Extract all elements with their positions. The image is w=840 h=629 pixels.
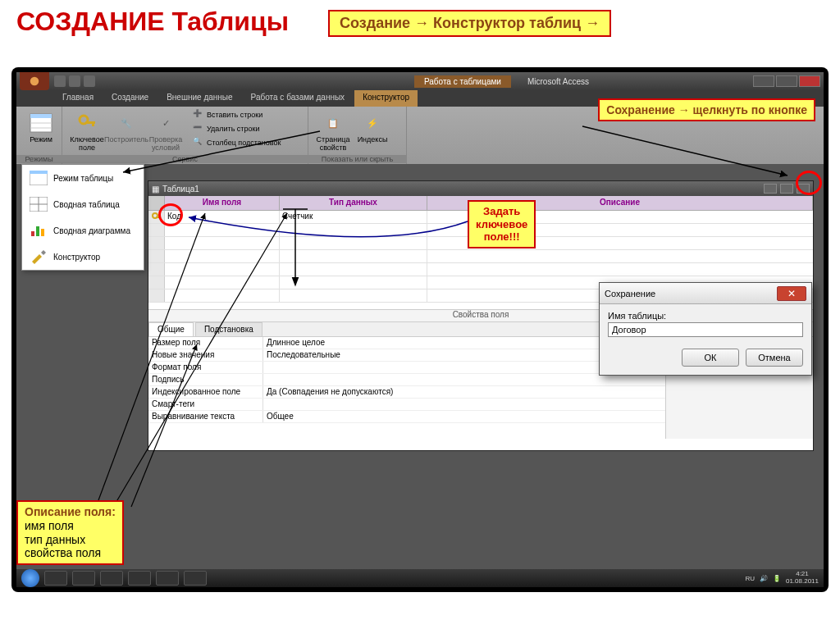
- windows-taskbar: RU 🔊 🔋 4:21 01.08.2011: [16, 569, 824, 587]
- contextual-tab-label: Работа с таблицами: [414, 75, 511, 88]
- table-close-button[interactable]: [797, 184, 810, 194]
- view-button[interactable]: Режим: [21, 108, 61, 146]
- row-selector[interactable]: [148, 211, 165, 223]
- minimize-button[interactable]: [753, 75, 774, 87]
- cancel-button[interactable]: Отмена: [746, 349, 803, 367]
- builder-button[interactable]: 🔧 Построитель: [107, 108, 146, 154]
- window-titlebar: Работа с таблицами Microsoft Access: [16, 72, 824, 90]
- design-icon: [29, 248, 48, 265]
- prop-row[interactable]: Размер поляДлинное целое: [148, 337, 665, 349]
- svg-rect-19: [156, 217, 161, 218]
- annotation-field-description: Описание поля: имя поля тип данных свойс…: [16, 500, 124, 565]
- taskbar-item[interactable]: [44, 571, 67, 586]
- maximize-button[interactable]: [776, 75, 797, 87]
- taskbar-item[interactable]: [184, 571, 207, 586]
- system-tray: RU 🔊 🔋 4:21 01.08.2011: [745, 571, 819, 586]
- view-pivot-table-item[interactable]: Сводная таблица: [22, 191, 144, 217]
- app-name: Microsoft Access: [527, 77, 589, 86]
- insert-rows-button[interactable]: ➕Вставить строки: [190, 108, 283, 121]
- indexes-icon: ⚡: [359, 110, 386, 136]
- primary-key-button[interactable]: Ключевое поле: [67, 108, 107, 154]
- view-design-item[interactable]: Конструктор: [22, 244, 144, 270]
- data-type-cell[interactable]: Счетчик: [280, 211, 427, 223]
- field-name-header: Имя поля: [165, 196, 280, 210]
- table-row[interactable]: [148, 250, 813, 263]
- taskbar-item[interactable]: [156, 571, 179, 586]
- table-window-titlebar: ▦ Таблица1: [148, 181, 813, 196]
- lookup-column-button[interactable]: 🔍Столбец подстановок: [190, 136, 283, 149]
- group-show-label: Показать или скрыть: [308, 155, 406, 163]
- prop-row[interactable]: Индексированное полеДа (Совпадения не до…: [148, 386, 665, 399]
- datasheet-view-icon: [28, 110, 54, 136]
- tray-icon[interactable]: 🔋: [773, 575, 781, 582]
- prop-row[interactable]: Смарт-теги: [148, 399, 665, 411]
- save-dialog-label: Имя таблицы:: [608, 311, 803, 321]
- view-datasheet-item[interactable]: Режим таблицы: [22, 165, 144, 191]
- validation-icon: ✓: [153, 110, 179, 136]
- delete-row-icon: ➖: [193, 123, 204, 134]
- table-icon: ▦: [152, 185, 159, 194]
- qat-save-icon[interactable]: [54, 75, 66, 87]
- taskbar-item[interactable]: [100, 571, 123, 586]
- svg-rect-9: [30, 171, 48, 174]
- close-button[interactable]: [799, 75, 820, 87]
- tab-home[interactable]: Главная: [54, 90, 102, 107]
- ok-button[interactable]: ОК: [682, 349, 739, 367]
- svg-rect-2: [30, 114, 52, 118]
- save-dialog-titlebar: Сохранение ✕: [600, 283, 811, 304]
- indexes-button[interactable]: ⚡ Индексы: [353, 108, 392, 154]
- tab-external[interactable]: Внешние данные: [158, 90, 240, 107]
- view-mode-dropdown: Режим таблицы Сводная таблица Сводная ди…: [21, 164, 144, 271]
- builder-icon: 🔧: [113, 110, 139, 136]
- taskbar-item[interactable]: [128, 571, 151, 586]
- validation-button[interactable]: ✓ Проверка условий: [146, 108, 185, 154]
- pivot-table-icon: [29, 196, 48, 212]
- tray-icon[interactable]: 🔊: [760, 575, 768, 582]
- qat-undo-icon[interactable]: [69, 75, 80, 87]
- language-indicator[interactable]: RU: [745, 575, 755, 582]
- properties-grid: Размер поляДлинное целое Новые значенияП…: [148, 337, 665, 439]
- svg-point-0: [30, 77, 39, 86]
- annotation-save: Сохранение → щелкнуть по кнопке: [598, 98, 815, 121]
- table-minimize-button[interactable]: [764, 184, 777, 194]
- property-sheet-icon: 📋: [320, 110, 346, 136]
- key-icon: [74, 110, 100, 136]
- row-selector-header: [148, 196, 165, 210]
- save-dialog-close-button[interactable]: ✕: [777, 286, 806, 301]
- group-tools-label: Сервис: [62, 155, 308, 163]
- svg-rect-14: [36, 226, 39, 236]
- tab-lookup[interactable]: Подстановка: [195, 322, 262, 336]
- office-button[interactable]: [20, 72, 49, 90]
- view-pivot-chart-item[interactable]: Сводная диаграмма: [22, 217, 144, 244]
- table-maximize-button[interactable]: [780, 184, 793, 194]
- tab-dbtools[interactable]: Работа с базами данных: [243, 90, 354, 107]
- start-button[interactable]: [21, 569, 39, 587]
- prop-row[interactable]: Подпись: [148, 374, 665, 386]
- prop-row[interactable]: Выравнивание текстаОбщее: [148, 411, 665, 423]
- qat-redo-icon[interactable]: [84, 75, 95, 87]
- field-name-cell[interactable]: Код: [165, 211, 280, 223]
- svg-marker-16: [32, 254, 42, 264]
- table-name-input[interactable]: [608, 322, 803, 337]
- svg-rect-13: [31, 231, 34, 236]
- quick-access-toolbar: [54, 75, 95, 87]
- slide-title: СОЗДАНИЕ Таблицы: [16, 7, 289, 37]
- tab-general[interactable]: Общие: [148, 322, 194, 336]
- window-controls: [753, 75, 820, 87]
- table-window-title: Таблица1: [162, 185, 199, 194]
- svg-rect-7: [92, 121, 94, 126]
- tab-designer[interactable]: Конструктор: [354, 90, 418, 107]
- tab-create[interactable]: Создание: [103, 90, 157, 107]
- taskbar-item[interactable]: [72, 571, 95, 586]
- insert-row-icon: ➕: [193, 109, 204, 121]
- prop-row[interactable]: Новые значенияПоследовательные: [148, 349, 665, 362]
- property-sheet-button[interactable]: 📋 Страница свойств: [313, 108, 353, 154]
- pivot-chart-icon: [29, 222, 48, 239]
- save-dialog: Сохранение ✕ Имя таблицы: ОК Отмена: [599, 282, 812, 376]
- table-row[interactable]: [148, 263, 813, 276]
- save-dialog-title: Сохранение: [605, 289, 655, 299]
- svg-rect-15: [41, 229, 44, 236]
- delete-rows-button[interactable]: ➖Удалить строки: [190, 122, 283, 135]
- prop-row[interactable]: Формат поля: [148, 362, 665, 374]
- clock[interactable]: 4:21 01.08.2011: [786, 571, 819, 586]
